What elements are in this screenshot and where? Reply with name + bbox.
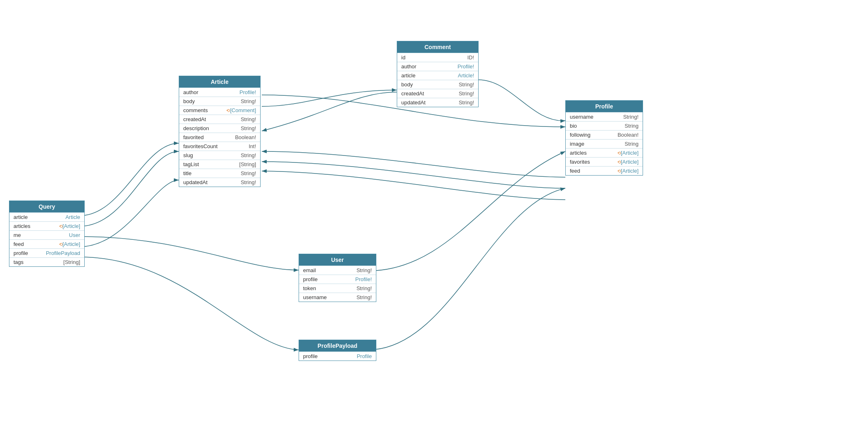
article-row-createdat: createdAt String! [179, 115, 260, 124]
profilepayload-row-profile: profile Profile [299, 352, 376, 361]
query-row-tags: tags [String] [9, 257, 84, 266]
profile-row-feed: feed ⟲[Article] [566, 166, 643, 175]
profile-table: Profile username String! bio String foll… [565, 100, 643, 176]
query-header: Query [9, 201, 84, 212]
profile-row-bio: bio String [566, 121, 643, 130]
article-row-description: description String! [179, 124, 260, 133]
article-row-title: title String! [179, 169, 260, 178]
profile-header: Profile [566, 101, 643, 112]
profile-row-username: username String! [566, 112, 643, 121]
comment-row-author: author Profile! [397, 62, 478, 71]
article-row-favoritescount: favoritesCount Int! [179, 142, 260, 151]
article-row-body: body String! [179, 97, 260, 106]
article-header: Article [179, 76, 260, 88]
query-row-profile: profile ProfilePayload [9, 248, 84, 257]
user-row-username: username String! [299, 293, 376, 302]
user-row-profile: profile Profile! [299, 275, 376, 284]
query-table: Query article Article articles ⟲[Article… [9, 201, 85, 267]
profile-row-favorites: favorites ⟲[Article] [566, 157, 643, 166]
article-row-author: author Profile! [179, 88, 260, 97]
comment-header: Comment [397, 41, 478, 53]
query-row-articles: articles ⟲[Article] [9, 221, 84, 230]
article-row-updatedat: updatedAt String! [179, 178, 260, 187]
comment-row-id: id ID! [397, 53, 478, 62]
comment-row-updatedat: updatedAt String! [397, 98, 478, 107]
user-table: User email String! profile Profile! toke… [299, 254, 376, 302]
article-row-comments: comments ⟲[Comment] [179, 106, 260, 115]
article-row-slug: slug String! [179, 151, 260, 160]
comment-row-body: body String! [397, 80, 478, 89]
user-row-email: email String! [299, 266, 376, 275]
comment-table: Comment id ID! author Profile! article A… [397, 41, 479, 107]
profilepayload-table: ProfilePayload profile Profile [299, 340, 376, 361]
comment-row-article: article Article! [397, 71, 478, 80]
profile-row-following: following Boolean! [566, 130, 643, 139]
article-table: Article author Profile! body String! com… [179, 76, 261, 187]
user-row-token: token String! [299, 284, 376, 293]
profile-row-articles: articles ⟲[Article] [566, 148, 643, 157]
query-row-article: article Article [9, 212, 84, 221]
profilepayload-header: ProfilePayload [299, 340, 376, 352]
comment-row-createdat: createdAt String! [397, 89, 478, 98]
profile-row-image: image String [566, 139, 643, 148]
user-header: User [299, 254, 376, 266]
article-row-taglist: tagList [String] [179, 160, 260, 169]
article-row-favorited: favorited Boolean! [179, 133, 260, 142]
diagram-container: Query article Article articles ⟲[Article… [0, 0, 868, 435]
query-row-feed: feed ⟲[Article] [9, 239, 84, 248]
query-row-me: me User [9, 230, 84, 239]
